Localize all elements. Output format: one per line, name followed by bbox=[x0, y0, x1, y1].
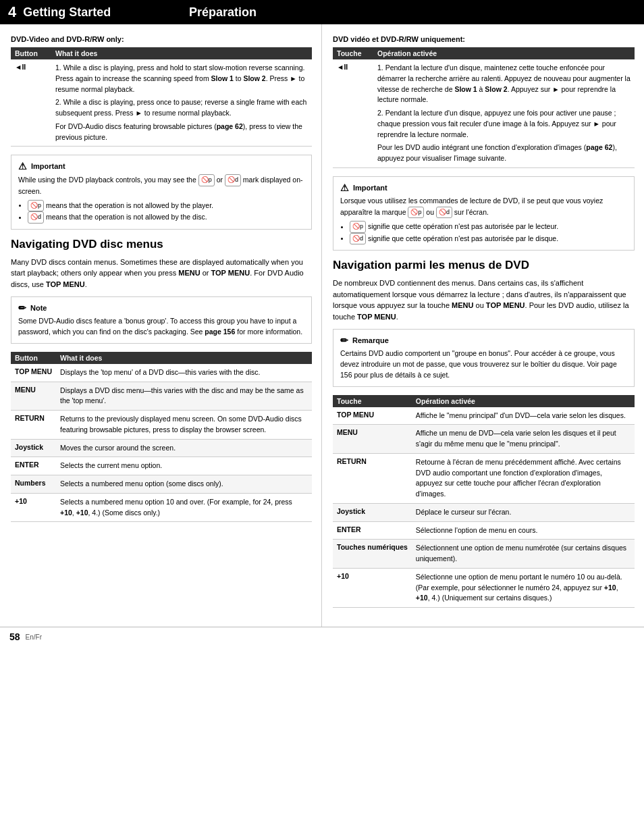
right-note-text: Certains DVD audio comportent un "groupe… bbox=[340, 348, 627, 380]
header-left: 4 Getting Started bbox=[0, 0, 176, 24]
left-important-text: While using the DVD playback controls, y… bbox=[18, 174, 304, 197]
left-important-list: 🚫p means that the operation is not allow… bbox=[28, 200, 304, 224]
header-title-right: Préparation bbox=[189, 5, 257, 20]
page-header: 4 Getting Started Préparation bbox=[0, 0, 644, 24]
table-cell-touche: MENU bbox=[333, 425, 412, 454]
table-cell-button: RETURN bbox=[11, 411, 56, 440]
footer-language-code: En/Fr bbox=[26, 633, 42, 641]
table-cell-touche: Joystick bbox=[333, 503, 412, 521]
symbol-player-fr: 🚫p bbox=[408, 207, 424, 219]
warning-icon-fr: ⚠ bbox=[340, 182, 349, 193]
table-row: JoystickDéplace le curseur sur l'écran. bbox=[333, 503, 635, 521]
right-note-title: ✏ Remarque bbox=[340, 335, 627, 346]
right-nav-col-operation: Opération activée bbox=[412, 395, 635, 407]
table-cell-desc: Sélectionne l'option de menu en cours. bbox=[412, 521, 635, 540]
right-dvd-table: Touche Opération activée ◄II1. Pendant l… bbox=[333, 47, 635, 168]
left-nav-intro: Many DVD discs contain menus. Sometimes … bbox=[11, 257, 312, 290]
table-cell-touche: ENTER bbox=[333, 521, 412, 540]
table-cell-button: TOP MENU bbox=[11, 364, 56, 382]
left-note-title: ✏ Note bbox=[18, 303, 304, 313]
left-nav-table: Button What it does TOP MENUDisplays the… bbox=[11, 352, 312, 523]
table-row: RETURNRetourne à l'écran de menu précéde… bbox=[333, 453, 635, 503]
table-cell-desc: Selects a numbered menu option (some dis… bbox=[56, 475, 312, 494]
table-cell-desc: Returns to the previously displayed menu… bbox=[56, 411, 312, 440]
table-row: TOP MENUAffiche le "menu principal" d'un… bbox=[333, 407, 635, 425]
table-cell-desc: Sélectionne une option de menu portant l… bbox=[412, 568, 635, 607]
left-nav-col-what: What it does bbox=[56, 352, 312, 364]
symbol-disc: 🚫d bbox=[225, 174, 241, 186]
list-item: 🚫d means that the operation is not allow… bbox=[28, 211, 304, 224]
table-cell-desc: 1. While a disc is playing, press and ho… bbox=[51, 59, 312, 147]
note-icon: ✏ bbox=[18, 303, 26, 313]
footer-page-number: 58 bbox=[9, 631, 20, 642]
table-row: ◄II1. While a disc is playing, press and… bbox=[11, 59, 312, 147]
left-note-box: ✏ Note Some DVD-Audio discs feature a 'b… bbox=[11, 296, 312, 344]
table-row: NumbersSelects a numbered menu option (s… bbox=[11, 475, 312, 494]
right-nav-heading: Navigation parmi les menus de DVD bbox=[333, 259, 635, 272]
left-dvd-col-button: Button bbox=[11, 47, 51, 59]
table-cell-desc: Selects the current menu option. bbox=[56, 457, 312, 475]
left-column: DVD-Video and DVD-R/RW only: Button What… bbox=[0, 24, 322, 627]
table-row: TOP MENUDisplays the 'top menu' of a DVD… bbox=[11, 364, 312, 382]
left-dvd-table: Button What it does ◄II1. While a disc i… bbox=[11, 47, 312, 147]
table-cell-desc: Affiche un menu de DVD—cela varie selon … bbox=[412, 425, 635, 454]
header-right: Préparation bbox=[176, 0, 644, 24]
table-cell-desc: Displays the 'top menu' of a DVD disc—th… bbox=[56, 364, 312, 382]
table-cell-desc: Déplace le curseur sur l'écran. bbox=[412, 503, 635, 521]
table-cell-desc: 1. Pendant la lecture d'un disque, maint… bbox=[373, 59, 635, 167]
table-cell-desc: Selects a numbered menu option 10 and ov… bbox=[56, 493, 312, 522]
table-cell-button: MENU bbox=[11, 382, 56, 411]
table-cell-touche: ◄II bbox=[333, 59, 373, 167]
list-item: 🚫p means that the operation is not allow… bbox=[28, 200, 304, 212]
header-title-left: Getting Started bbox=[23, 5, 111, 20]
right-nav-table: Touche Opération activée TOP MENUAffiche… bbox=[333, 395, 635, 608]
list-item: 🚫p signifie que cette opération n'est pa… bbox=[350, 221, 627, 233]
right-note-box: ✏ Remarque Certains DVD audio comportent… bbox=[333, 329, 635, 386]
table-cell-desc: Moves the cursor around the screen. bbox=[56, 439, 312, 457]
table-cell-button: Joystick bbox=[11, 439, 56, 457]
table-row: ◄II1. Pendant la lecture d'un disque, ma… bbox=[333, 59, 635, 167]
left-note-text: Some DVD-Audio discs feature a 'bonus gr… bbox=[18, 316, 304, 338]
right-dvd-col-touche: Touche bbox=[333, 47, 373, 59]
left-nav-heading: Navigating DVD disc menus bbox=[11, 238, 312, 251]
right-important-title: ⚠ Important bbox=[340, 182, 627, 193]
table-row: +10Selects a numbered menu option 10 and… bbox=[11, 493, 312, 522]
table-cell-button: ENTER bbox=[11, 457, 56, 475]
right-nav-intro: De nombreux DVD contiennent des menus. D… bbox=[333, 278, 635, 322]
table-row: Touches numériquesSélectionnent une opti… bbox=[333, 540, 635, 569]
left-important-title: ⚠ Important bbox=[18, 161, 304, 172]
right-important-list: 🚫p signifie que cette opération n'est pa… bbox=[350, 221, 627, 244]
table-cell-button: +10 bbox=[11, 493, 56, 522]
list-item: 🚫d signifie que cette opération n'est pa… bbox=[350, 233, 627, 245]
table-cell-touche: +10 bbox=[333, 568, 412, 607]
table-row: ENTERSelects the current menu option. bbox=[11, 457, 312, 475]
table-cell-button: ◄II bbox=[11, 59, 51, 147]
table-cell-touche: TOP MENU bbox=[333, 407, 412, 425]
table-cell-desc: Sélectionnent une option de menu numérot… bbox=[412, 540, 635, 569]
note-icon-fr: ✏ bbox=[340, 335, 348, 346]
right-important-box: ⚠ Important Lorsque vous utilisez les co… bbox=[333, 176, 635, 251]
left-dvd-col-what: What it does bbox=[51, 47, 312, 59]
left-important-box: ⚠ Important While using the DVD playback… bbox=[11, 155, 312, 229]
right-dvd-col-operation: Opération activée bbox=[373, 47, 635, 59]
page-footer: 58 En/Fr bbox=[0, 627, 644, 646]
warning-icon: ⚠ bbox=[18, 161, 27, 172]
right-dvd-section-title: DVD vidéo et DVD-R/RW uniquement: bbox=[333, 35, 635, 43]
table-cell-desc: Affiche le "menu principal" d'un DVD—cel… bbox=[412, 407, 635, 425]
right-important-text: Lorsque vous utilisez les commandes de l… bbox=[340, 196, 627, 218]
table-row: ENTERSélectionne l'option de menu en cou… bbox=[333, 521, 635, 540]
table-cell-button: Numbers bbox=[11, 475, 56, 494]
symbol-player: 🚫p bbox=[198, 174, 215, 186]
left-nav-col-button: Button bbox=[11, 352, 56, 364]
table-row: MENUAffiche un menu de DVD—cela varie se… bbox=[333, 425, 635, 454]
table-row: +10Sélectionne une option de menu portan… bbox=[333, 568, 635, 607]
table-row: MENUDisplays a DVD disc menu—this varies… bbox=[11, 382, 312, 411]
left-dvd-section-title: DVD-Video and DVD-R/RW only: bbox=[11, 35, 312, 43]
table-cell-touche: RETURN bbox=[333, 453, 412, 503]
table-cell-desc: Displays a DVD disc menu—this varies wit… bbox=[56, 382, 312, 411]
symbol-disc-fr: 🚫d bbox=[436, 207, 452, 219]
right-column: DVD vidéo et DVD-R/RW uniquement: Touche… bbox=[322, 24, 644, 627]
table-row: RETURNReturns to the previously displaye… bbox=[11, 411, 312, 440]
table-row: JoystickMoves the cursor around the scre… bbox=[11, 439, 312, 457]
right-nav-col-touche: Touche bbox=[333, 395, 412, 407]
